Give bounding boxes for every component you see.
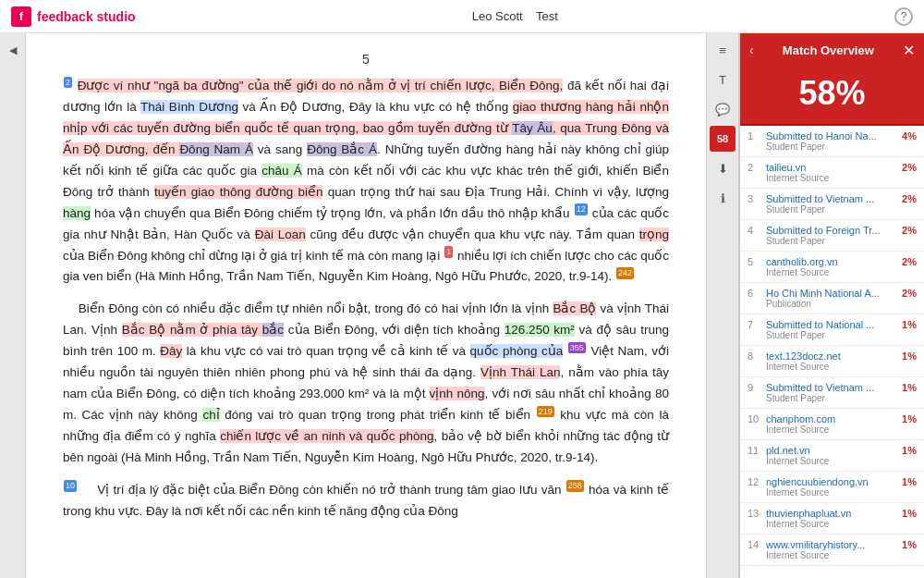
match-source-name: www.vmilitaryhistory... — [766, 539, 885, 550]
match-tag-258: 258 — [566, 480, 584, 492]
match-source-type: Internet Source — [766, 487, 885, 498]
match-source-name: text.123docz.net — [766, 350, 885, 362]
match-rank: 4 — [748, 225, 760, 236]
match-source-info: Submitted to National ... Student Paper — [766, 319, 885, 340]
username: Leo Scott — [472, 9, 523, 23]
app-logo: f feedback studio — [11, 6, 136, 27]
document-area[interactable]: 5 2 Được ví như "ngã ba đường" của thế g… — [26, 33, 706, 578]
match-rank: 11 — [748, 445, 760, 456]
match-rank: 5 — [748, 256, 760, 267]
match-percent-value: 1% — [891, 539, 917, 550]
match-overview-close[interactable]: ✕ — [903, 42, 915, 59]
left-sidebar: ◀ — [0, 33, 26, 578]
match-rank: 9 — [748, 382, 760, 393]
match-percent-value: 2% — [891, 162, 917, 173]
right-tool-sidebar: ≡ T 💬 58 ⬇ ℹ — [706, 33, 739, 578]
logo-icon: f — [11, 6, 31, 27]
comment-icon[interactable]: 💬 — [710, 96, 736, 122]
match-source-type: Student Paper — [766, 141, 885, 152]
match-source-name: chanphom.com — [766, 413, 885, 424]
match-list-item[interactable]: 1 Submitted to Hanoi Na... Student Paper… — [740, 126, 924, 157]
match-percent-value: 2% — [891, 256, 917, 267]
top-bar: f feedback studio Leo Scott Test ? — [0, 0, 924, 33]
match-overview-header: ‹ Match Overview ✕ — [740, 33, 924, 67]
match-tag-242: 242 — [616, 267, 634, 279]
match-source-name: pld.net.vn — [766, 445, 885, 456]
match-source-info: Submitted to Hanoi Na... Student Paper — [766, 130, 885, 152]
match-source-info: text.123docz.net Internet Source — [766, 350, 885, 372]
match-source-name: tailieu.vn — [766, 162, 885, 173]
match-list-item[interactable]: 13 thuvienphapluat.vn Internet Source 1% — [740, 503, 924, 535]
match-list-item[interactable]: 5 cantholib.org.vn Internet Source 2% — [740, 252, 924, 283]
match-source-type: Student Paper — [766, 204, 885, 215]
help-icon[interactable]: ? — [894, 7, 913, 26]
app-name: feedback studio — [37, 9, 136, 24]
info-icon[interactable]: ℹ — [710, 185, 736, 211]
match-source-type: Student Paper — [766, 393, 885, 403]
match-list-item[interactable]: 7 Submitted to National ... Student Pape… — [740, 314, 924, 346]
layers-icon[interactable]: ≡ — [710, 37, 736, 63]
test-label: Test — [536, 9, 558, 23]
match-list-item[interactable]: 8 text.123docz.net Internet Source 1% — [740, 346, 924, 377]
download-icon[interactable]: ⬇ — [710, 155, 736, 181]
match-percent-value: 1% — [891, 382, 917, 393]
match-source-type: Internet Source — [766, 424, 885, 435]
match-list-item[interactable]: 10 chanphom.com Internet Source 1% — [740, 409, 924, 440]
match-list-item[interactable]: 9 Submitted to Vietnam ... Student Paper… — [740, 377, 924, 409]
match-percent-value: 2% — [891, 225, 917, 236]
match-source-type: Internet Source — [766, 267, 885, 277]
match-overview-title: Match Overview — [783, 43, 874, 57]
match-rank: 10 — [748, 413, 760, 424]
match-source-name: Submitted to Vietnam ... — [766, 193, 885, 204]
match-percent-value: 2% — [891, 193, 917, 204]
match-source-name: Submitted to Vietnam ... — [766, 382, 885, 393]
match-source-name: Ho Chi Minh National A... — [766, 288, 885, 299]
match-list-item[interactable]: 12 nghiencuubiendong.vn Internet Source … — [740, 472, 924, 503]
match-source-info: pld.net.vn Internet Source — [766, 445, 885, 466]
match-list-item[interactable]: 14 www.vmilitaryhistory... Internet Sour… — [740, 535, 924, 566]
match-source-type: Internet Source — [766, 550, 885, 560]
match-percent-value: 2% — [891, 288, 917, 299]
match-source-info: Submitted to Vietnam ... Student Paper — [766, 382, 885, 403]
text-icon[interactable]: T — [710, 67, 736, 92]
match-overview-panel: ‹ Match Overview ✕ 58% 1 Submitted to Ha… — [739, 33, 924, 578]
match-source-name: Submitted to Foreign Tr... — [766, 225, 885, 236]
match-rank: 1 — [748, 130, 760, 141]
match-source-info: nghiencuubiendong.vn Internet Source — [766, 476, 885, 498]
match-percent-display: 58% — [740, 67, 924, 126]
match-list-item[interactable]: 11 pld.net.vn Internet Source 1% — [740, 440, 924, 472]
match-percent-value: 1% — [891, 445, 917, 456]
match-tag-2: 2 — [64, 77, 72, 89]
sidebar-collapse-icon[interactable]: ◀ — [4, 41, 22, 59]
match-rank: 7 — [748, 319, 760, 330]
match-percent-value: 1% — [891, 350, 917, 362]
match-rank: 2 — [748, 162, 760, 173]
match-list-item[interactable]: 6 Ho Chi Minh National A... Publication … — [740, 283, 924, 314]
match-source-name: cantholib.org.vn — [766, 256, 885, 267]
match-rank: 14 — [748, 539, 760, 550]
match-source-name: thuvienphapluat.vn — [766, 508, 885, 519]
match-list-item[interactable]: 4 Submitted to Foreign Tr... Student Pap… — [740, 220, 924, 252]
match-rank: 8 — [748, 350, 760, 362]
match-source-info: Submitted to Vietnam ... Student Paper — [766, 193, 885, 215]
match-rank: 3 — [748, 193, 760, 204]
match-source-type: Internet Source — [766, 173, 885, 183]
match-list-item[interactable]: 3 Submitted to Vietnam ... Student Paper… — [740, 189, 924, 220]
match-list-item[interactable]: 2 tailieu.vn Internet Source 2% — [740, 157, 924, 189]
similarity-score-badge[interactable]: 58 — [710, 126, 736, 152]
match-nav-left[interactable]: ‹ — [749, 43, 754, 57]
paragraph-1: 2 Được ví như "ngã ba đường" của thế giớ… — [63, 76, 669, 288]
match-source-info: chanphom.com Internet Source — [766, 413, 885, 435]
match-source-type: Internet Source — [766, 456, 885, 466]
match-tag-12: 12 — [575, 203, 588, 215]
match-percent-value: 1% — [891, 508, 917, 519]
match-source-type: Internet Source — [766, 519, 885, 529]
match-rank: 12 — [748, 476, 760, 487]
document-text: 2 Được ví như "ngã ba đường" của thế giớ… — [63, 76, 669, 523]
page-number-display: 5 — [63, 52, 669, 67]
match-percent-value: 4% — [891, 130, 917, 141]
match-source-info: www.vmilitaryhistory... Internet Source — [766, 539, 885, 560]
match-percent-value: 1% — [891, 319, 917, 330]
match-source-type: Publication — [766, 299, 885, 309]
match-source-name: Submitted to National ... — [766, 319, 885, 330]
